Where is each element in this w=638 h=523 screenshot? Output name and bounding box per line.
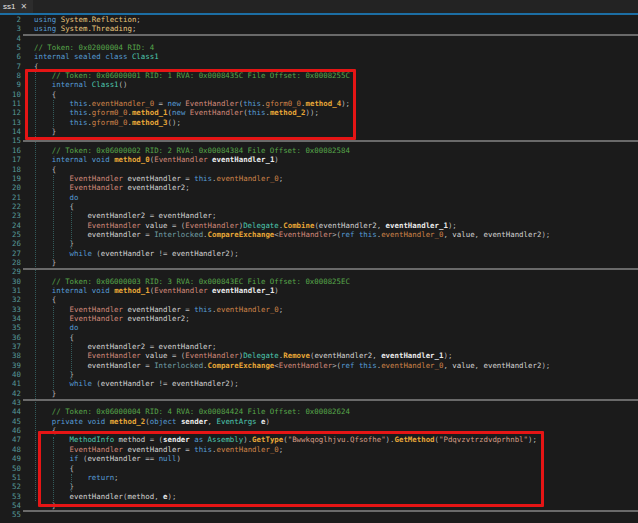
code-line: 11this.eventHandler_0 = new EventHandler…	[0, 99, 638, 108]
code-text: using System.Threading;	[34, 24, 136, 33]
code-line: 37eventHandler2 = eventHandler;	[0, 342, 638, 351]
line-number: 21	[0, 193, 21, 202]
line-number: 6	[0, 52, 21, 61]
code-line: 2using System.Reflection;	[0, 15, 638, 24]
line-number: 46	[0, 426, 21, 435]
code-line: 15	[0, 136, 638, 145]
code-text: {	[34, 464, 74, 473]
code-text: {	[34, 202, 74, 211]
code-text: {	[34, 333, 74, 342]
line-number: 54	[0, 501, 21, 510]
tab-close-icon[interactable]: ✕	[20, 3, 27, 11]
code-line: 44// Token: 0x06000004 RID: 4 RVA: 0x000…	[0, 407, 638, 416]
line-number: 49	[0, 454, 21, 463]
line-number: 39	[0, 361, 21, 370]
line-number: 4	[0, 34, 21, 43]
line-number: 2	[0, 15, 21, 24]
code-line: 52}	[0, 482, 638, 491]
code-text: while (eventHandler != eventHandler2);	[34, 379, 239, 388]
code-line: 9internal Class1()	[0, 80, 638, 89]
code-text: internal void method_0(EventHandler even…	[34, 155, 279, 164]
code-line: 31internal void method_1(EventHandler ev…	[0, 286, 638, 295]
line-number: 24	[0, 221, 21, 230]
code-text: this.gform0_0.method_1(new EventHandler(…	[34, 108, 319, 117]
code-text: EventHandler value = (EventHandler)Deleg…	[34, 351, 452, 360]
line-number: 40	[0, 370, 21, 379]
code-line: 24EventHandler value = (EventHandler)Del…	[0, 221, 638, 230]
code-line: 54}	[0, 501, 638, 510]
line-number: 51	[0, 473, 21, 482]
code-line: 38EventHandler value = (EventHandler)Del…	[0, 351, 638, 360]
line-number: 26	[0, 239, 21, 248]
code-line: 39eventHandler = Interlocked.CompareExch…	[0, 361, 638, 370]
line-number: 17	[0, 155, 21, 164]
tab-class1[interactable]: ss1 ✕	[0, 0, 33, 13]
code-text: }	[34, 239, 74, 248]
line-number: 31	[0, 286, 21, 295]
tab-label: ss1	[3, 2, 15, 11]
code-line: 17internal void method_0(EventHandler ev…	[0, 155, 638, 164]
code-text: {	[34, 62, 38, 71]
code-line: 23eventHandler2 = eventHandler;	[0, 211, 638, 220]
code-text: }	[34, 389, 56, 398]
code-text: do	[34, 323, 79, 332]
code-line: 4	[0, 34, 638, 43]
code-text: this.gform0_0.method_3();	[34, 118, 181, 127]
code-text: EventHandler eventHandler = this.eventHa…	[34, 305, 283, 314]
code-line: 33EventHandler eventHandler = this.event…	[0, 305, 638, 314]
code-text: EventHandler eventHandler2;	[34, 183, 190, 192]
code-line: 8// Token: 0x06000001 RID: 1 RVA: 0x0008…	[0, 71, 638, 80]
code-text: }	[34, 501, 56, 510]
code-line: 49if (eventHandler == null)	[0, 454, 638, 463]
code-line: 40}	[0, 370, 638, 379]
line-number: 29	[0, 267, 21, 276]
line-number: 20	[0, 183, 21, 192]
code-text: while (eventHandler != eventHandler2);	[34, 249, 239, 258]
code-line: 45private void method_2(object sender, E…	[0, 417, 638, 426]
code-line: 34EventHandler eventHandler2;	[0, 314, 638, 323]
code-line: 55	[0, 510, 638, 519]
code-line: 41while (eventHandler != eventHandler2);	[0, 379, 638, 388]
code-line: 16// Token: 0x06000002 RID: 2 RVA: 0x000…	[0, 146, 638, 155]
code-text: // Token: 0x06000003 RID: 3 RVA: 0x00084…	[34, 277, 350, 286]
code-line: 28}	[0, 258, 638, 267]
code-line: 46{	[0, 426, 638, 435]
code-text: {	[34, 295, 56, 304]
line-number: 5	[0, 43, 21, 52]
code-text: MethodInfo method = (sender as Assembly)…	[34, 435, 537, 444]
line-number: 53	[0, 492, 21, 501]
code-text: EventHandler eventHandler = this.eventHa…	[34, 445, 283, 454]
line-number: 12	[0, 108, 21, 117]
line-number: 10	[0, 90, 21, 99]
line-number: 48	[0, 445, 21, 454]
code-text: EventHandler value = (EventHandler)Deleg…	[34, 221, 457, 230]
code-text: private void method_2(object sender, Eve…	[34, 417, 270, 426]
line-number: 35	[0, 323, 21, 332]
line-number: 27	[0, 249, 21, 258]
line-number: 52	[0, 482, 21, 491]
code-line: 48EventHandler eventHandler = this.event…	[0, 445, 638, 454]
code-text: EventHandler eventHandler = this.eventHa…	[34, 174, 283, 183]
decompiler-window: ss1 ✕ 2using System.Reflection;3using Sy…	[0, 0, 638, 523]
code-line: 13this.gform0_0.method_3();	[0, 118, 638, 127]
code-line: 7{	[0, 62, 638, 71]
line-number: 34	[0, 314, 21, 323]
code-text: eventHandler2 = eventHandler;	[34, 342, 216, 351]
code-line: 25eventHandler = Interlocked.CompareExch…	[0, 230, 638, 239]
code-line: 29	[0, 267, 638, 276]
line-number: 45	[0, 417, 21, 426]
code-text: // Token: 0x06000004 RID: 4 RVA: 0x00084…	[34, 407, 350, 416]
code-editor[interactable]: 2using System.Reflection;3using System.T…	[0, 15, 638, 523]
code-text: eventHandler(method, e);	[34, 492, 176, 501]
line-number: 47	[0, 435, 21, 444]
line-number: 13	[0, 118, 21, 127]
code-line: 19EventHandler eventHandler = this.event…	[0, 174, 638, 183]
line-number: 19	[0, 174, 21, 183]
code-line: 22{	[0, 202, 638, 211]
code-line: 27while (eventHandler != eventHandler2);	[0, 249, 638, 258]
code-line: 6internal sealed class Class1	[0, 52, 638, 61]
line-number: 43	[0, 398, 21, 407]
code-text: }	[34, 127, 56, 136]
code-text: internal sealed class Class1	[34, 52, 159, 61]
line-number: 41	[0, 379, 21, 388]
